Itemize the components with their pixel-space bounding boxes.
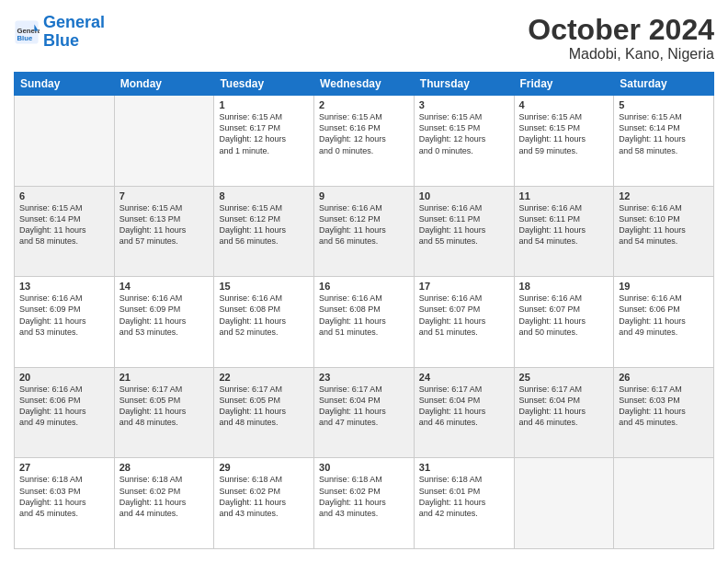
- table-row: 29Sunrise: 6:18 AM Sunset: 6:02 PM Dayli…: [214, 458, 314, 549]
- calendar-week-row: 13Sunrise: 6:16 AM Sunset: 6:09 PM Dayli…: [15, 277, 714, 368]
- month-title: October 2024: [528, 14, 714, 46]
- table-row: 9Sunrise: 6:16 AM Sunset: 6:12 PM Daylig…: [314, 186, 415, 277]
- table-row: 13Sunrise: 6:16 AM Sunset: 6:09 PM Dayli…: [15, 277, 115, 368]
- day-info: Sunrise: 6:17 AM Sunset: 6:04 PM Dayligh…: [319, 384, 409, 429]
- calendar-header-row: Sunday Monday Tuesday Wednesday Thursday…: [15, 73, 714, 96]
- table-row: 5Sunrise: 6:15 AM Sunset: 6:14 PM Daylig…: [614, 96, 714, 187]
- day-number: 3: [419, 99, 509, 110]
- calendar-week-row: 1Sunrise: 6:15 AM Sunset: 6:17 PM Daylig…: [15, 96, 714, 187]
- table-row: 21Sunrise: 6:17 AM Sunset: 6:05 PM Dayli…: [114, 367, 214, 458]
- calendar-week-row: 20Sunrise: 6:16 AM Sunset: 6:06 PM Dayli…: [15, 367, 714, 458]
- table-row: 15Sunrise: 6:16 AM Sunset: 6:08 PM Dayli…: [214, 277, 314, 368]
- day-number: 31: [419, 462, 509, 473]
- day-info: Sunrise: 6:15 AM Sunset: 6:15 PM Dayligh…: [419, 111, 509, 156]
- day-number: 18: [519, 281, 609, 292]
- page: General Blue GeneralBlue October 2024 Ma…: [0, 0, 728, 563]
- day-number: 21: [119, 372, 210, 383]
- day-info: Sunrise: 6:18 AM Sunset: 6:02 PM Dayligh…: [219, 474, 309, 519]
- col-friday: Friday: [514, 73, 614, 96]
- day-number: 15: [219, 281, 309, 292]
- day-info: Sunrise: 6:16 AM Sunset: 6:09 PM Dayligh…: [119, 293, 210, 338]
- logo-text: GeneralBlue: [43, 14, 105, 51]
- day-number: 23: [319, 372, 409, 383]
- day-number: 6: [19, 190, 109, 201]
- table-row: 18Sunrise: 6:16 AM Sunset: 6:07 PM Dayli…: [514, 277, 614, 368]
- table-row: 12Sunrise: 6:16 AM Sunset: 6:10 PM Dayli…: [614, 186, 714, 277]
- table-row: 6Sunrise: 6:15 AM Sunset: 6:14 PM Daylig…: [15, 186, 115, 277]
- header: General Blue GeneralBlue October 2024 Ma…: [14, 14, 714, 63]
- day-number: 14: [119, 281, 210, 292]
- day-info: Sunrise: 6:15 AM Sunset: 6:14 PM Dayligh…: [19, 202, 109, 247]
- table-row: 14Sunrise: 6:16 AM Sunset: 6:09 PM Dayli…: [114, 277, 214, 368]
- day-info: Sunrise: 6:17 AM Sunset: 6:05 PM Dayligh…: [119, 384, 210, 429]
- day-info: Sunrise: 6:18 AM Sunset: 6:01 PM Dayligh…: [419, 474, 509, 519]
- day-number: 27: [19, 462, 109, 473]
- day-info: Sunrise: 6:16 AM Sunset: 6:06 PM Dayligh…: [619, 293, 709, 338]
- day-number: 20: [19, 372, 109, 383]
- day-info: Sunrise: 6:18 AM Sunset: 6:03 PM Dayligh…: [19, 474, 109, 519]
- day-info: Sunrise: 6:18 AM Sunset: 6:02 PM Dayligh…: [319, 474, 409, 519]
- day-info: Sunrise: 6:17 AM Sunset: 6:04 PM Dayligh…: [519, 384, 609, 429]
- day-info: Sunrise: 6:16 AM Sunset: 6:07 PM Dayligh…: [519, 293, 609, 338]
- day-info: Sunrise: 6:15 AM Sunset: 6:14 PM Dayligh…: [619, 111, 709, 156]
- table-row: 23Sunrise: 6:17 AM Sunset: 6:04 PM Dayli…: [314, 367, 415, 458]
- col-saturday: Saturday: [614, 73, 714, 96]
- day-number: 28: [119, 462, 210, 473]
- table-row: 4Sunrise: 6:15 AM Sunset: 6:15 PM Daylig…: [514, 96, 614, 187]
- location-title: Madobi, Kano, Nigeria: [528, 46, 714, 63]
- table-row: 10Sunrise: 6:16 AM Sunset: 6:11 PM Dayli…: [414, 186, 514, 277]
- table-row: 31Sunrise: 6:18 AM Sunset: 6:01 PM Dayli…: [414, 458, 514, 549]
- day-number: 1: [219, 99, 309, 110]
- day-info: Sunrise: 6:16 AM Sunset: 6:10 PM Dayligh…: [619, 202, 709, 247]
- table-row: 16Sunrise: 6:16 AM Sunset: 6:08 PM Dayli…: [314, 277, 415, 368]
- day-number: 5: [619, 99, 709, 110]
- table-row: 27Sunrise: 6:18 AM Sunset: 6:03 PM Dayli…: [15, 458, 115, 549]
- day-number: 12: [619, 190, 709, 201]
- day-number: 25: [519, 372, 609, 383]
- col-monday: Monday: [114, 73, 214, 96]
- col-thursday: Thursday: [414, 73, 514, 96]
- day-info: Sunrise: 6:16 AM Sunset: 6:08 PM Dayligh…: [319, 293, 409, 338]
- table-row: 19Sunrise: 6:16 AM Sunset: 6:06 PM Dayli…: [614, 277, 714, 368]
- day-number: 8: [219, 190, 309, 201]
- table-row: [114, 96, 214, 187]
- day-number: 2: [319, 99, 409, 110]
- day-info: Sunrise: 6:16 AM Sunset: 6:12 PM Dayligh…: [319, 202, 409, 247]
- day-number: 9: [319, 190, 409, 201]
- table-row: 2Sunrise: 6:15 AM Sunset: 6:16 PM Daylig…: [314, 96, 415, 187]
- table-row: 7Sunrise: 6:15 AM Sunset: 6:13 PM Daylig…: [114, 186, 214, 277]
- calendar-week-row: 27Sunrise: 6:18 AM Sunset: 6:03 PM Dayli…: [15, 458, 714, 549]
- table-row: 20Sunrise: 6:16 AM Sunset: 6:06 PM Dayli…: [15, 367, 115, 458]
- day-info: Sunrise: 6:18 AM Sunset: 6:02 PM Dayligh…: [119, 474, 210, 519]
- svg-text:Blue: Blue: [17, 34, 33, 42]
- day-info: Sunrise: 6:15 AM Sunset: 6:17 PM Dayligh…: [219, 111, 309, 156]
- title-block: October 2024 Madobi, Kano, Nigeria: [528, 14, 714, 63]
- table-row: 3Sunrise: 6:15 AM Sunset: 6:15 PM Daylig…: [414, 96, 514, 187]
- logo-icon: General Blue: [14, 19, 40, 45]
- table-row: 22Sunrise: 6:17 AM Sunset: 6:05 PM Dayli…: [214, 367, 314, 458]
- table-row: 28Sunrise: 6:18 AM Sunset: 6:02 PM Dayli…: [114, 458, 214, 549]
- day-number: 11: [519, 190, 609, 201]
- table-row: 17Sunrise: 6:16 AM Sunset: 6:07 PM Dayli…: [414, 277, 514, 368]
- day-info: Sunrise: 6:16 AM Sunset: 6:11 PM Dayligh…: [419, 202, 509, 247]
- table-row: 26Sunrise: 6:17 AM Sunset: 6:03 PM Dayli…: [614, 367, 714, 458]
- day-number: 24: [419, 372, 509, 383]
- day-number: 7: [119, 190, 210, 201]
- day-info: Sunrise: 6:16 AM Sunset: 6:09 PM Dayligh…: [19, 293, 109, 338]
- day-number: 17: [419, 281, 509, 292]
- day-info: Sunrise: 6:17 AM Sunset: 6:05 PM Dayligh…: [219, 384, 309, 429]
- day-number: 4: [519, 99, 609, 110]
- table-row: 8Sunrise: 6:15 AM Sunset: 6:12 PM Daylig…: [214, 186, 314, 277]
- day-info: Sunrise: 6:15 AM Sunset: 6:12 PM Dayligh…: [219, 202, 309, 247]
- day-info: Sunrise: 6:15 AM Sunset: 6:16 PM Dayligh…: [319, 111, 409, 156]
- day-number: 10: [419, 190, 509, 201]
- day-number: 16: [319, 281, 409, 292]
- col-sunday: Sunday: [15, 73, 115, 96]
- day-info: Sunrise: 6:17 AM Sunset: 6:03 PM Dayligh…: [619, 384, 709, 429]
- day-info: Sunrise: 6:15 AM Sunset: 6:13 PM Dayligh…: [119, 202, 210, 247]
- day-number: 29: [219, 462, 309, 473]
- table-row: [514, 458, 614, 549]
- table-row: 1Sunrise: 6:15 AM Sunset: 6:17 PM Daylig…: [214, 96, 314, 187]
- table-row: [15, 96, 115, 187]
- day-info: Sunrise: 6:16 AM Sunset: 6:06 PM Dayligh…: [19, 384, 109, 429]
